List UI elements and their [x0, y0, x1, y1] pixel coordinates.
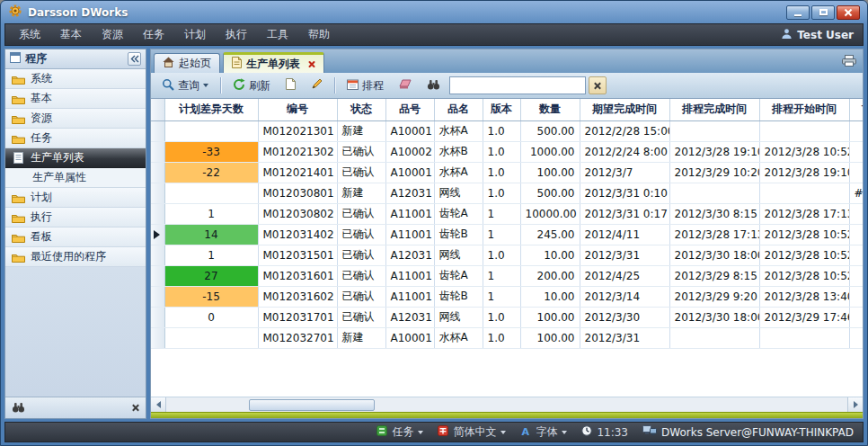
menu-item-4[interactable]: 计划 — [174, 24, 216, 45]
new-document-button[interactable] — [279, 76, 302, 95]
cell-status[interactable]: 已确认 — [337, 245, 385, 265]
cell-sched_end[interactable]: 2012/3/29 9:20 — [669, 286, 759, 307]
cell-item_name[interactable]: 网线 — [434, 307, 483, 327]
search-clear-button[interactable] — [589, 76, 607, 94]
cell-item_name[interactable]: 齿轮A — [434, 203, 483, 224]
cell-status[interactable]: 新建 — [337, 183, 385, 203]
cell-sched_end[interactable]: 2012/3/30 18:00 — [669, 245, 759, 265]
menu-item-2[interactable]: 资源 — [92, 24, 133, 45]
maximize-button[interactable] — [811, 5, 835, 20]
cell-expect[interactable]: 2012/2/28 15:00 — [580, 120, 669, 141]
cell-partial[interactable] — [849, 327, 863, 348]
cell-sched_start[interactable]: 2012/3/28 19:10 — [759, 162, 849, 183]
sidebar-item-4[interactable]: 生产单列表 — [5, 148, 146, 168]
tab-start-page[interactable]: 起始页 — [154, 53, 220, 73]
cell-qty[interactable]: 100.00 — [520, 162, 580, 183]
cell-item_name[interactable]: 网线 — [434, 245, 483, 265]
cell-item_name[interactable]: 水杯A — [434, 162, 483, 183]
cell-expect[interactable]: 2012/3/31 0:10 — [580, 183, 669, 203]
cell-sched_start[interactable]: 2012/3/29 17:46 — [759, 307, 849, 327]
search-input[interactable] — [449, 76, 586, 94]
sidebar-item-5[interactable]: 生产单属性 — [5, 168, 146, 188]
cell-expect[interactable]: 2012/3/30 — [580, 307, 669, 327]
cell-item_no[interactable]: A10001 — [385, 162, 434, 183]
cell-expect[interactable]: 2012/2/24 8:00 — [580, 141, 669, 162]
menu-item-3[interactable]: 任务 — [133, 24, 174, 45]
sidebar-item-2[interactable]: 资源 — [5, 109, 146, 129]
cell-version[interactable]: 1 — [483, 265, 520, 286]
row-header-cell[interactable] — [151, 183, 164, 203]
cell-code[interactable]: M012021401 — [258, 162, 337, 183]
table-row[interactable]: -22M012021401已确认A10001水杯A1.0100.002012/3… — [151, 162, 863, 183]
cell-sched_start[interactable] — [759, 120, 849, 141]
cell-sched_end[interactable]: 2012/3/28 19:10 — [669, 141, 759, 162]
cell-item_name[interactable]: 网线 — [434, 183, 483, 203]
cell-status[interactable]: 新建 — [337, 327, 385, 348]
column-header-sched_end[interactable]: 排程完成时间 — [669, 99, 759, 120]
cell-qty[interactable]: 10.00 — [520, 286, 580, 307]
row-header-cell[interactable] — [151, 265, 164, 286]
cell-sched_end[interactable] — [669, 183, 759, 203]
sidebar-item-6[interactable]: 计划 — [5, 188, 146, 208]
table-row[interactable]: M012032701新建A10001水杯A1.0100.002012/3/31 — [151, 327, 863, 348]
table-row[interactable]: 1M012030802已确认A11001齿轮A110000.002012/3/3… — [151, 203, 863, 224]
cell-qty[interactable]: 10000.00 — [520, 203, 580, 224]
cell-sched_start[interactable] — [759, 183, 849, 203]
scroll-right-button[interactable] — [847, 397, 863, 412]
cell-qty[interactable]: 10.00 — [520, 245, 580, 265]
column-header-item_no[interactable]: 品号 — [385, 99, 434, 120]
cell-sched_end[interactable]: 2012/3/28 17:13 — [669, 224, 759, 245]
table-row[interactable]: M012030801新建A12031网线1.0500.002012/3/31 0… — [151, 183, 863, 203]
cell-status[interactable]: 已确认 — [337, 286, 385, 307]
cell-item_name[interactable]: 水杯B — [434, 141, 483, 162]
tab-production-order-list[interactable]: 生产单列表 — [223, 52, 324, 73]
row-header-cell[interactable] — [151, 245, 164, 265]
cell-item_name[interactable]: 水杯A — [434, 120, 483, 141]
cell-item_no[interactable]: A12031 — [385, 245, 434, 265]
table-row[interactable]: -15M012031602已确认A11001齿轮B110.002012/3/14… — [151, 286, 863, 307]
cell-code[interactable]: M012021301 — [258, 120, 337, 141]
column-header-status[interactable]: 状态 — [337, 99, 385, 120]
cell-version[interactable]: 1.0 — [483, 327, 520, 348]
eraser-button[interactable] — [393, 76, 418, 95]
horizontal-scrollbar[interactable] — [151, 397, 863, 412]
cell-item_no[interactable]: A11001 — [385, 224, 434, 245]
cell-partial[interactable] — [849, 141, 863, 162]
cell-status[interactable]: 新建 — [337, 120, 385, 141]
cell-diff[interactable]: -22 — [164, 162, 258, 183]
row-header-cell[interactable] — [151, 307, 164, 327]
binoculars-icon[interactable] — [12, 399, 25, 416]
cell-sched_start[interactable] — [759, 327, 849, 348]
cell-diff[interactable] — [164, 120, 258, 141]
cell-sched_start[interactable]: 2012/3/28 13:40 — [759, 286, 849, 307]
cell-partial[interactable] — [849, 286, 863, 307]
cell-status[interactable]: 已确认 — [337, 162, 385, 183]
user-area[interactable]: Test User — [781, 28, 859, 42]
cell-item_no[interactable]: A11001 — [385, 265, 434, 286]
cell-code[interactable]: M012031501 — [258, 245, 337, 265]
sidebar-item-8[interactable]: 看板 — [5, 227, 146, 247]
cell-version[interactable]: 1 — [483, 203, 520, 224]
cell-expect[interactable]: 2012/3/31 0:17 — [580, 203, 669, 224]
menu-item-0[interactable]: 系统 — [9, 24, 50, 45]
current-row-marker[interactable] — [151, 224, 164, 245]
cell-expect[interactable]: 2012/3/31 — [580, 327, 669, 348]
cell-qty[interactable]: 500.00 — [520, 183, 580, 203]
cell-diff[interactable] — [164, 183, 258, 203]
column-header-version[interactable]: 版本 — [483, 99, 520, 120]
menu-item-6[interactable]: 工具 — [257, 24, 298, 45]
cell-sched_end[interactable]: 2012/3/29 10:20 — [669, 162, 759, 183]
sidebar-search-clear-icon[interactable] — [131, 404, 139, 412]
cell-partial[interactable] — [849, 245, 863, 265]
cell-item_name[interactable]: 齿轮A — [434, 265, 483, 286]
cell-diff[interactable]: 27 — [164, 265, 258, 286]
minimize-button[interactable] — [786, 5, 810, 20]
cell-code[interactable]: M012031701 — [258, 307, 337, 327]
column-header-qty[interactable]: 数量 — [520, 99, 580, 120]
column-header-diff[interactable]: 计划差异天数 — [164, 99, 258, 120]
cell-code[interactable]: M012032701 — [258, 327, 337, 348]
tab-close-icon[interactable] — [307, 60, 315, 68]
cell-partial[interactable] — [849, 162, 863, 183]
column-header-partial[interactable]: 首 — [849, 99, 863, 120]
cell-code[interactable]: M012021302 — [258, 141, 337, 162]
